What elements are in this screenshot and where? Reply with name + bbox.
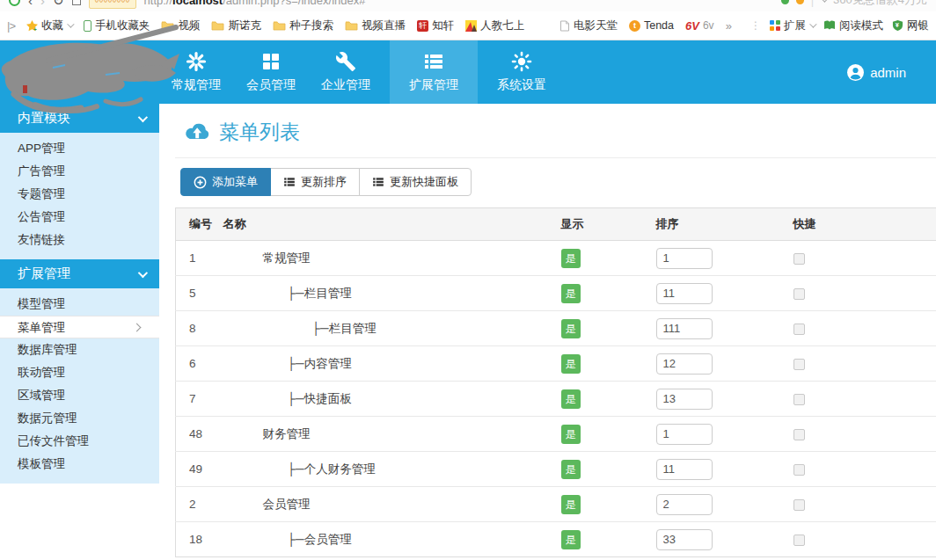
bookmark-folder-snooker[interactable]: 斯诺克 [211,18,261,33]
divider [175,157,936,158]
table-row: 7 ├─快捷面板 是 [176,382,936,417]
show-toggle-button[interactable]: 是 [561,389,581,409]
update-sort-button[interactable]: 更新排序 [270,168,360,196]
column-header-quick: 快捷 [786,208,936,241]
bookmark-phone-favorites[interactable]: 手机收藏夹 [84,18,150,33]
addressbar-plugin-icon[interactable] [781,0,789,4]
sidebar-item[interactable]: 菜单管理 [0,316,159,338]
address-bar[interactable]: http://localhost/admin.php?s=/index/inde… [144,0,366,7]
sidebar-item[interactable]: 数据元管理 [0,407,159,430]
show-toggle-button[interactable]: 是 [561,460,581,479]
sidebar-section-builtin[interactable]: 内置模块 [0,104,159,133]
sort-input[interactable] [656,283,713,304]
show-toggle-button[interactable]: 是 [561,319,581,338]
table-row: 18 ├─会员管理 是 [176,522,936,557]
browser-logo-icon[interactable] [9,0,20,6]
addressbar-edit-icon[interactable] [796,0,804,4]
bookmark-favorites[interactable]: + 收藏 [26,18,72,33]
sidebar-item[interactable]: 联动管理 [0,361,159,384]
sidebar-item[interactable]: 模型管理 [0,293,159,316]
forward-button[interactable]: › [40,0,45,7]
cell-sort [649,487,786,522]
promo-link[interactable]: 360免息借款4万元 [833,0,927,8]
sidebar-item[interactable]: 已传文件管理 [0,430,159,453]
cell-quick [786,382,936,417]
cell-show: 是 [554,382,649,417]
sort-input[interactable] [656,318,713,339]
bookmark-zhixuan[interactable]: 轩 知轩 [417,18,454,33]
sort-input[interactable] [656,494,713,515]
book-icon [823,20,836,31]
cell-id: 8 [176,311,216,346]
home-button[interactable] [72,0,81,5]
sidebar-item[interactable]: 广告管理 [0,160,159,183]
extensions-grid-icon [770,20,780,31]
nav-tab-extensions[interactable]: 扩展管理 [390,40,478,104]
cell-quick [786,276,936,311]
quick-checkbox[interactable] [793,464,805,476]
chevron-right-icon [133,324,142,332]
quick-checkbox[interactable] [793,535,805,546]
renjiao-icon [465,20,477,32]
nav-tab-enterprise[interactable]: 企业管理 [315,40,377,104]
cell-show: 是 [554,346,649,382]
update-quick-panel-button[interactable]: 更新快捷面板 [359,168,472,196]
quick-checkbox[interactable] [793,499,805,511]
sidebar-section-extensions[interactable]: 扩展管理 [0,259,159,288]
back-button[interactable]: ‹ [28,0,33,7]
quick-checkbox[interactable] [793,288,805,300]
quick-checkbox[interactable] [793,394,805,405]
reading-mode-button[interactable]: 阅读模式 [823,18,883,33]
sort-input[interactable] [656,248,713,269]
netbank-button[interactable]: ¥ 网银 [892,18,929,33]
bookmark-tenda[interactable]: t Tenda [629,19,674,32]
sort-input[interactable] [656,389,713,410]
page-icon [559,20,570,32]
sidebar-item[interactable]: 区域管理 [0,384,159,407]
table-row: 6 ├─内容管理 是 [176,346,936,382]
show-toggle-button[interactable]: 是 [561,284,581,303]
quick-checkbox[interactable] [793,429,805,440]
bookmark-folder-torrent-search[interactable]: 种子搜索 [273,18,333,33]
quick-checkbox[interactable] [793,253,805,265]
cell-id: 18 [176,522,216,557]
show-toggle-button[interactable]: 是 [561,425,581,444]
chevron-down-icon[interactable] [821,0,828,3]
show-toggle-button[interactable]: 是 [561,354,581,374]
sidebar-item[interactable]: APP管理 [0,137,159,160]
nav-tab-system[interactable]: 系统设置 [491,40,552,104]
nav-tab-members[interactable]: 会员管理 [240,40,302,104]
sort-input[interactable] [656,353,713,375]
bookmark-renjiao[interactable]: 人教七上 [465,18,524,33]
bookmark-folder-live[interactable]: 视频直播 [345,18,406,33]
table-row: 48 财务管理 是 [176,417,936,452]
sidebar-item[interactable]: 数据库管理 [0,338,159,361]
bookmarks-overflow-button[interactable]: » [726,19,732,33]
show-toggle-button[interactable]: 是 [561,249,581,268]
show-toggle-button[interactable]: 是 [561,495,581,514]
show-toggle-button[interactable]: 是 [561,530,581,549]
extensions-menu[interactable]: 扩展 [770,18,815,33]
user-menu[interactable]: admin [847,40,936,104]
cell-sort [649,452,786,487]
bookmark-6v[interactable]: 6V 6v [685,19,714,33]
bookmark-movie-paradise[interactable]: 电影天堂 [559,18,618,33]
sort-input[interactable] [656,529,713,550]
sort-input[interactable] [656,459,713,480]
add-menu-button[interactable]: 添加菜单 [180,168,271,196]
sidebar-item[interactable]: 专题管理 [0,183,159,206]
sidebar-item[interactable]: 友情链接 [0,229,159,251]
refresh-button[interactable]: ↻ [53,0,64,7]
sidebar-item[interactable]: 模板管理 [0,453,159,476]
sidebar-item[interactable]: 公告管理 [0,206,159,229]
cell-sort [649,276,786,311]
sidebar-toggle-icon[interactable]: |> [7,19,15,33]
url-site-badge[interactable]: 〰〰〰〰 [89,0,136,9]
bookmark-folder-video[interactable]: 视频 [161,18,200,33]
page-title: 菜单列表 [184,119,936,146]
quick-checkbox[interactable] [793,359,805,370]
quick-checkbox[interactable] [793,324,805,335]
table-header-row: 编号 名称 显示 排序 快捷 [176,208,936,241]
nav-tab-regular[interactable]: 常规管理 [165,40,227,104]
sort-input[interactable] [656,424,713,445]
